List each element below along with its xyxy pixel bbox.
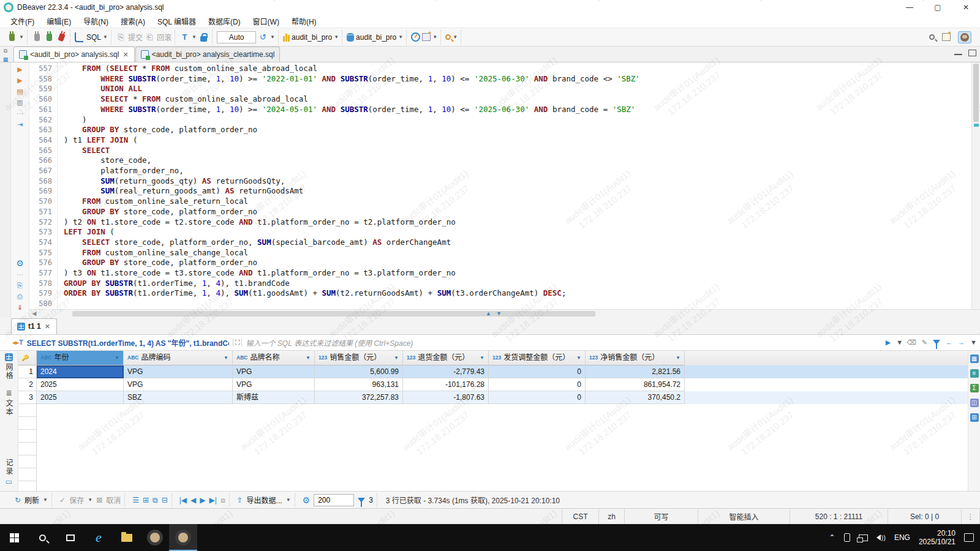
- last-page-icon[interactable]: ▶|: [209, 496, 217, 504]
- menu-item-3[interactable]: 导航(N): [78, 15, 114, 28]
- minimize-editor-icon[interactable]: [954, 50, 962, 55]
- load-file-icon[interactable]: ⇥: [17, 120, 23, 129]
- menu-item-2[interactable]: 编辑(E): [41, 15, 77, 28]
- table-row-3[interactable]: 32025SBZ斯搏兹372,257.83-1,807.630370,450.2: [18, 391, 968, 404]
- value-panel-icon[interactable]: ▦: [970, 354, 979, 363]
- network-tray-icon[interactable]: [859, 534, 868, 541]
- new-connection-icon[interactable]: [7, 32, 17, 42]
- add-row-icon[interactable]: ⊞: [143, 496, 149, 504]
- statusbar-menu-icon[interactable]: ⋮: [962, 509, 980, 524]
- restore-view-icon[interactable]: ⧉: [4, 48, 7, 54]
- first-page-icon[interactable]: |◀: [179, 496, 187, 504]
- app-icon-1[interactable]: [141, 524, 169, 551]
- filter-funnel-icon[interactable]: [933, 340, 940, 345]
- column-header-7[interactable]: 123净销售金额（元）▼: [586, 351, 685, 365]
- column-header-3[interactable]: ABC品牌名称▼: [233, 351, 315, 365]
- column-header-4[interactable]: 123销售金额（元）▼: [315, 351, 403, 365]
- result-grid[interactable]: 🔑ABC年份▼ABC品牌编码▼ABC品牌名称▼123销售金额（元）▼123退货金…: [18, 351, 968, 491]
- open-editor-icon[interactable]: ⎘: [17, 281, 23, 290]
- search-db-icon[interactable]: [445, 34, 451, 40]
- editor-tab-1[interactable]: <audit_bi_pro> analysis.sql✕: [13, 47, 135, 62]
- download-icon[interactable]: ⇓: [17, 303, 23, 312]
- cell-r1c3[interactable]: VPG: [233, 365, 315, 378]
- disconnect-icon[interactable]: [56, 32, 67, 42]
- column-header-1[interactable]: ABC年份▼: [37, 351, 124, 365]
- metadata-panel-icon[interactable]: ≡: [970, 369, 979, 378]
- editor-tab-2[interactable]: <audit_bi_pro> analysis_cleartime.sql: [135, 47, 281, 62]
- commit-button[interactable]: 提交: [128, 32, 143, 42]
- database-navigator-icon[interactable]: ▦: [3, 56, 9, 62]
- prev-page-icon[interactable]: ◀: [190, 496, 196, 504]
- usb-tray-icon[interactable]: [844, 533, 850, 542]
- script-icon[interactable]: ▤: [17, 87, 23, 96]
- cell-r1c1[interactable]: 2024: [37, 365, 124, 378]
- cell-r3c4[interactable]: 372,257.83: [315, 391, 403, 404]
- filter-input[interactable]: 输入一个 SQL 表达式来过滤结果 (使用 Ctrl+Space): [246, 337, 881, 348]
- cell-r1c6[interactable]: 0: [489, 365, 586, 378]
- row-number[interactable]: 3: [18, 391, 37, 404]
- fetch-all-icon[interactable]: ⧈: [221, 496, 225, 504]
- database-dropdown-icon[interactable]: ▼: [398, 34, 403, 40]
- app-icon-dbeaver[interactable]: [169, 524, 197, 551]
- editor-horizontal-scrollbar[interactable]: ◀ ▲ ▼: [29, 309, 980, 318]
- collapse-down-icon[interactable]: ▼: [496, 310, 502, 317]
- cell-r3c6[interactable]: 0: [489, 391, 586, 404]
- duplicate-row-icon[interactable]: ⧉: [153, 496, 158, 504]
- reconnect-icon[interactable]: [44, 32, 55, 42]
- menu-item-8[interactable]: 帮助(H): [286, 15, 322, 28]
- filter-dropdown-icon[interactable]: ▼: [896, 339, 901, 346]
- delete-row-icon[interactable]: ⊟: [162, 496, 168, 504]
- sql-code[interactable]: FROM (SELECT * FROM custom_online_sale_a…: [58, 62, 971, 309]
- cell-r2c2[interactable]: VPG: [124, 378, 233, 391]
- save-file-icon[interactable]: ⎙: [17, 292, 23, 301]
- filter-forward-icon[interactable]: →: [958, 339, 965, 346]
- explain-plan-icon[interactable]: ▥: [17, 98, 23, 107]
- connect-icon[interactable]: [32, 32, 42, 42]
- connection-dropdown-icon[interactable]: ▼: [334, 34, 339, 40]
- search-dropdown-icon[interactable]: ▼: [453, 34, 458, 40]
- menu-item-5[interactable]: SQL 编辑器: [152, 15, 202, 28]
- cell-r3c5[interactable]: -1,807.63: [403, 391, 489, 404]
- connection-selector[interactable]: audit_bi_pro: [292, 33, 332, 42]
- cell-r2c4[interactable]: 963,131: [315, 378, 403, 391]
- active-filter-icon[interactable]: [358, 498, 365, 503]
- edit-filter-icon[interactable]: ✎: [922, 339, 927, 347]
- taskbar-clock[interactable]: 20:10 2025/10/21: [919, 529, 956, 546]
- quick-search-icon[interactable]: [929, 34, 935, 40]
- edit-value-icon[interactable]: ☰: [132, 496, 139, 504]
- sql-dropdown-icon[interactable]: ▼: [103, 34, 108, 40]
- action-center-icon[interactable]: [964, 533, 974, 542]
- table-row-1[interactable]: 12024VPGVPG5,600.99-2,779.4302,821.56: [18, 365, 968, 378]
- results-tab-close-icon[interactable]: ✕: [44, 323, 51, 331]
- clear-filter-icon[interactable]: ⌫: [907, 339, 916, 347]
- expand-filter-icon[interactable]: ⛶: [233, 339, 243, 347]
- cell-r3c2[interactable]: SBZ: [124, 391, 233, 404]
- collapse-up-icon[interactable]: ▲: [486, 310, 491, 317]
- sql-button[interactable]: SQL: [86, 33, 101, 42]
- cell-r2c7[interactable]: 861,954.72: [586, 378, 685, 391]
- lock-icon[interactable]: [198, 32, 209, 42]
- column-header-5[interactable]: 123退货金额（元）▼: [403, 351, 489, 365]
- cell-r1c5[interactable]: -2,779.43: [403, 365, 489, 378]
- presentation-record[interactable]: 记录 ▭: [4, 459, 14, 491]
- cell-r2c3[interactable]: VPG: [233, 378, 315, 391]
- window-maximize-button[interactable]: ▢: [924, 0, 952, 15]
- menu-item-7[interactable]: 窗口(W): [247, 15, 285, 28]
- row-number[interactable]: 1: [18, 365, 37, 378]
- history-dropdown-icon[interactable]: ▼: [270, 34, 275, 40]
- fetch-size-input[interactable]: [314, 494, 354, 506]
- taskbar-search-icon[interactable]: [28, 524, 56, 551]
- maximize-editor-icon[interactable]: [968, 50, 976, 56]
- save-button[interactable]: 保存: [69, 495, 84, 505]
- cell-r3c1[interactable]: 2025: [37, 391, 124, 404]
- cell-r2c6[interactable]: 0: [489, 378, 586, 391]
- caret-position[interactable]: 520 : 1 : 21111: [790, 509, 888, 524]
- hidden-icons-chevron[interactable]: ⌃: [829, 533, 835, 542]
- cell-r2c5[interactable]: -101,176.28: [403, 378, 489, 391]
- row-number-header[interactable]: 🔑: [18, 351, 37, 365]
- table-row-2[interactable]: 22025VPGVPG963,131-101,176.280861,954.72: [18, 378, 968, 391]
- results-tab[interactable]: t1 1 ✕: [11, 318, 57, 334]
- execute-script-icon[interactable]: ▶: [17, 76, 22, 84]
- menu-item-4[interactable]: 搜索(A): [115, 15, 151, 28]
- window-minimize-button[interactable]: —: [895, 0, 924, 15]
